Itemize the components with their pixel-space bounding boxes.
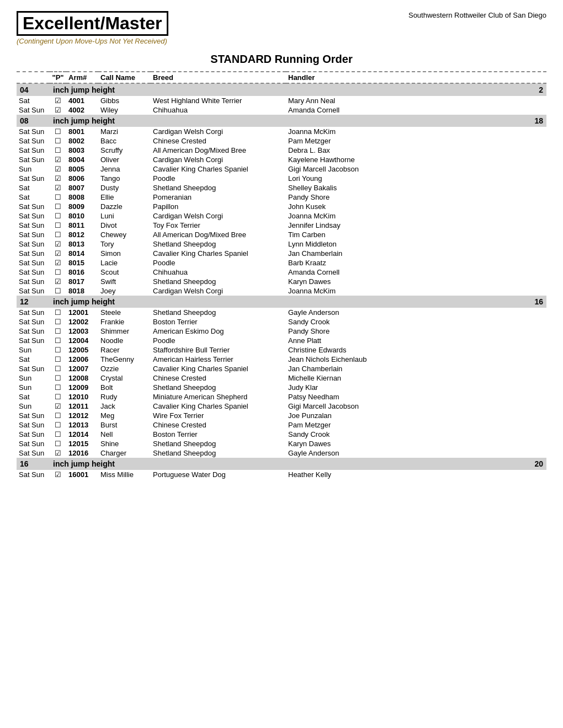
checkbox-cell[interactable]: ☐ [50, 267, 66, 277]
handler: Heather Kelly [286, 470, 546, 479]
checkbox-unchecked[interactable]: ☐ [55, 193, 61, 201]
checkbox-cell[interactable]: ☐ [50, 336, 66, 345]
breed: Cavalier King Charles Spaniel [151, 364, 286, 373]
checkbox-unchecked[interactable]: ☐ [55, 383, 61, 392]
checkbox-unchecked[interactable]: ☐ [55, 146, 61, 154]
checkbox-unchecked[interactable]: ☐ [55, 430, 61, 438]
checkbox-checked[interactable]: ☑ [55, 240, 61, 248]
checkbox-unchecked[interactable]: ☐ [55, 268, 61, 276]
table-row: Sat Sun ☐ 8011 Divot Toy Fox Terrier Jen… [17, 221, 546, 230]
checkbox-cell[interactable]: ☐ [50, 355, 66, 364]
checkbox-unchecked[interactable]: ☐ [55, 346, 61, 354]
checkbox-cell[interactable]: ☐ [50, 202, 66, 211]
checkbox-unchecked[interactable]: ☐ [55, 318, 61, 326]
checkbox-cell[interactable]: ☐ [50, 383, 66, 392]
days-cell: Sat Sun [17, 230, 50, 239]
handler: Joe Punzalan [286, 411, 546, 420]
checkbox-unchecked[interactable]: ☐ [55, 421, 61, 429]
checkbox-cell[interactable]: ☐ [50, 317, 66, 326]
table-row: Sat Sun ☐ 8018 Joey Cardigan Welsh Corgi… [17, 286, 546, 296]
table-row: Sat ☐ 12010 Rudy Miniature American Shep… [17, 392, 546, 402]
checkbox-cell[interactable]: ☑ [50, 155, 66, 164]
checkbox-unchecked[interactable]: ☐ [55, 355, 61, 363]
checkbox-cell[interactable]: ☐ [50, 230, 66, 239]
running-order-table: "P" Arm# Call Name Breed Handler 04 inch… [17, 71, 546, 479]
checkbox-cell[interactable]: ☐ [50, 411, 66, 420]
call-name: Gibbs [98, 96, 151, 105]
checkbox-cell[interactable]: ☐ [50, 308, 66, 317]
checkbox-cell[interactable]: ☑ [50, 448, 66, 458]
checkbox-unchecked[interactable]: ☐ [55, 212, 61, 220]
checkbox-cell[interactable]: ☑ [50, 96, 66, 105]
checkbox-cell[interactable]: ☐ [50, 439, 66, 448]
checkbox-cell[interactable]: ☐ [50, 286, 66, 296]
checkbox-checked[interactable]: ☑ [55, 449, 61, 457]
table-row: Sat Sun ☑ 12016 Charger Shetland Sheepdo… [17, 448, 546, 458]
handler: Jean Nichols Eichenlaub [286, 355, 546, 364]
checkbox-cell[interactable]: ☑ [50, 470, 66, 479]
checkbox-unchecked[interactable]: ☐ [55, 411, 61, 420]
checkbox-checked[interactable]: ☑ [55, 184, 61, 192]
checkbox-cell[interactable]: ☑ [50, 258, 66, 267]
checkbox-cell[interactable]: ☑ [50, 174, 66, 183]
checkbox-unchecked[interactable]: ☐ [55, 221, 61, 229]
checkbox-checked[interactable]: ☑ [55, 156, 61, 164]
checkbox-cell[interactable]: ☐ [50, 146, 66, 155]
arm-number: 8005 [66, 164, 98, 174]
checkbox-cell[interactable]: ☑ [50, 239, 66, 249]
checkbox-cell[interactable]: ☐ [50, 211, 66, 221]
checkbox-cell[interactable]: ☐ [50, 392, 66, 402]
checkbox-unchecked[interactable]: ☐ [55, 440, 61, 448]
checkbox-cell[interactable]: ☐ [50, 430, 66, 439]
checkbox-checked[interactable]: ☑ [55, 165, 61, 173]
checkbox-unchecked[interactable]: ☐ [55, 327, 61, 335]
checkbox-cell[interactable]: ☐ [50, 364, 66, 373]
checkbox-cell[interactable]: ☑ [50, 105, 66, 115]
checkbox-cell[interactable]: ☐ [50, 136, 66, 146]
checkbox-unchecked[interactable]: ☐ [55, 393, 61, 401]
handler: Lynn Middleton [286, 239, 546, 249]
handler: Christine Edwards [286, 345, 546, 355]
checkbox-checked[interactable]: ☑ [55, 259, 61, 267]
table-row: Sat ☐ 8008 Ellie Pomeranian Pandy Shore [17, 192, 546, 202]
call-name: Shine [98, 439, 151, 448]
checkbox-cell[interactable]: ☑ [50, 277, 66, 286]
arm-number: 8002 [66, 136, 98, 146]
checkbox-unchecked[interactable]: ☐ [55, 231, 61, 239]
checkbox-checked[interactable]: ☑ [55, 174, 61, 183]
checkbox-unchecked[interactable]: ☐ [55, 374, 61, 382]
checkbox-cell[interactable]: ☐ [50, 326, 66, 336]
checkbox-checked[interactable]: ☑ [55, 470, 61, 479]
checkbox-checked[interactable]: ☑ [55, 97, 61, 105]
checkbox-unchecked[interactable]: ☐ [55, 308, 61, 317]
checkbox-cell[interactable]: ☐ [50, 221, 66, 230]
handler: Pandy Shore [286, 192, 546, 202]
checkbox-cell[interactable]: ☑ [50, 249, 66, 258]
checkbox-unchecked[interactable]: ☐ [55, 127, 61, 136]
checkbox-cell[interactable]: ☐ [50, 373, 66, 383]
table-row: Sat ☑ 8007 Dusty Shetland Sheepdog Shell… [17, 183, 546, 192]
checkbox-cell[interactable]: ☐ [50, 127, 66, 136]
checkbox-cell[interactable]: ☐ [50, 420, 66, 430]
checkbox-checked[interactable]: ☑ [55, 106, 61, 114]
checkbox-checked[interactable]: ☑ [55, 277, 61, 286]
days-cell: Sat Sun [17, 420, 50, 430]
checkbox-checked[interactable]: ☑ [55, 402, 61, 410]
checkbox-cell[interactable]: ☑ [50, 402, 66, 411]
checkbox-unchecked[interactable]: ☐ [55, 287, 61, 295]
checkbox-cell[interactable]: ☐ [50, 192, 66, 202]
checkbox-cell[interactable]: ☑ [50, 164, 66, 174]
arm-number: 12010 [66, 392, 98, 402]
table-row: Sat Sun ☐ 8009 Dazzle Papillon John Kuse… [17, 202, 546, 211]
table-row: Sat Sun ☐ 12014 Nell Boston Terrier Sand… [17, 430, 546, 439]
checkbox-checked[interactable]: ☑ [55, 249, 61, 258]
checkbox-unchecked[interactable]: ☐ [55, 336, 61, 345]
checkbox-unchecked[interactable]: ☐ [55, 137, 61, 145]
checkbox-unchecked[interactable]: ☐ [55, 365, 61, 373]
checkbox-cell[interactable]: ☑ [50, 183, 66, 192]
call-name: Meg [98, 411, 151, 420]
checkbox-unchecked[interactable]: ☐ [55, 202, 61, 211]
handler: Pam Metzger [286, 136, 546, 146]
days-cell: Sat Sun [17, 127, 50, 136]
checkbox-cell[interactable]: ☐ [50, 345, 66, 355]
